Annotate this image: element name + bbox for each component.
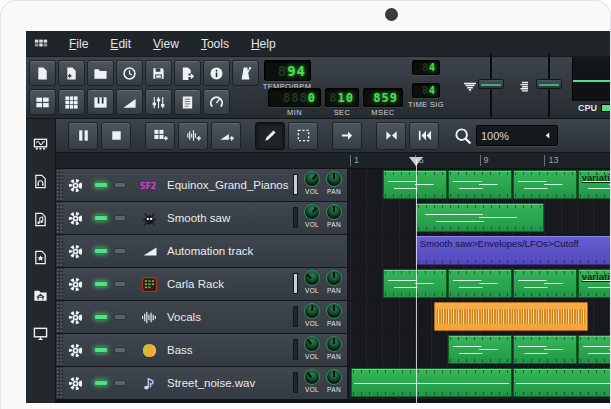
track-header[interactable]: Automation track (56, 235, 348, 267)
mute-toggle[interactable] (94, 380, 108, 386)
solo-toggle[interactable] (114, 347, 126, 353)
mute-toggle[interactable] (94, 248, 108, 254)
track-pattern-lane[interactable] (348, 334, 611, 366)
track-header[interactable]: Street_noise.wavVOLPAN (56, 367, 348, 399)
sidebar-samples-button[interactable] (29, 169, 53, 193)
midi-segment[interactable] (383, 269, 447, 298)
menu-file[interactable]: File (69, 37, 88, 51)
solo-toggle[interactable] (114, 314, 126, 320)
new-project-button[interactable] (29, 60, 56, 86)
edit-mode-button[interactable] (288, 122, 318, 150)
stop-behaviour-button[interactable] (376, 122, 406, 150)
lmms-logo-icon[interactable] (34, 37, 48, 51)
track-header[interactable]: BassVOLPAN (56, 334, 348, 366)
track-gear-icon[interactable] (67, 177, 84, 194)
midi-segment[interactable] (383, 170, 447, 199)
new-from-template-button[interactable] (58, 60, 85, 86)
project-properties-button[interactable] (203, 60, 230, 86)
track-grip[interactable] (56, 202, 63, 234)
piano-roll-button[interactable] (87, 89, 114, 115)
timeline-scale[interactable]: 15913 (348, 153, 611, 168)
midi-segment[interactable]: variation (578, 269, 611, 298)
beat-bassline-editor-button[interactable] (58, 89, 85, 115)
playhead-marker[interactable] (409, 157, 423, 166)
vol-knob[interactable] (304, 171, 320, 187)
pause-button[interactable] (68, 122, 98, 150)
sample-segment[interactable] (351, 368, 512, 397)
timesig-numerator-display[interactable]: 84 (412, 60, 440, 75)
time-milliseconds-display[interactable]: 859 (363, 88, 403, 107)
solo-toggle[interactable] (114, 281, 126, 287)
timeline-ruler[interactable]: 15913 (56, 153, 611, 169)
midi-segment[interactable] (448, 269, 512, 298)
sidebar-instruments-button[interactable] (29, 131, 53, 155)
project-notes-button[interactable] (174, 89, 201, 115)
track-pattern-lane[interactable]: variation (348, 268, 611, 300)
midi-segment[interactable] (513, 269, 577, 298)
master-volume-slider[interactable] (478, 53, 504, 117)
midi-segment[interactable] (448, 170, 512, 199)
follow-playhead-button[interactable] (332, 122, 362, 150)
master-pitch-slider[interactable] (536, 53, 562, 117)
sidebar-computer-button[interactable] (29, 321, 53, 345)
recently-opened-projects-button[interactable] (116, 60, 143, 86)
track-gear-icon[interactable] (67, 375, 84, 392)
track-gear-icon[interactable] (67, 243, 84, 260)
zoom-decrease-arrow-icon[interactable] (542, 130, 553, 141)
time-minutes-display[interactable]: 8880 (268, 88, 321, 107)
vol-knob[interactable] (304, 303, 320, 319)
track-grip[interactable] (56, 334, 63, 366)
pan-knob[interactable] (326, 369, 342, 385)
mute-toggle[interactable] (94, 281, 108, 287)
draw-mode-button[interactable] (255, 122, 285, 150)
track-header[interactable]: Smooth sawVOLPAN (56, 202, 348, 234)
menu-view[interactable]: View (153, 37, 179, 51)
export-project-button[interactable] (174, 60, 201, 86)
automation-segment[interactable]: Smooth saw>Envelopes/LFOs>Cutoff (416, 236, 611, 265)
sample-segment[interactable] (513, 368, 611, 397)
vol-knob[interactable] (304, 369, 320, 385)
vol-knob[interactable] (304, 204, 320, 220)
menu-edit[interactable]: Edit (110, 37, 131, 51)
open-project-button[interactable] (87, 60, 114, 86)
track-name[interactable]: Carla Rack (167, 278, 224, 290)
track-gear-icon[interactable] (67, 309, 84, 326)
track-gear-icon[interactable] (67, 342, 84, 359)
sidebar-home-button[interactable] (29, 283, 53, 307)
time-seconds-display[interactable]: 810 (325, 88, 359, 107)
pan-knob[interactable] (326, 204, 342, 220)
track-grip[interactable] (56, 301, 63, 333)
pan-knob[interactable] (326, 336, 342, 352)
add-automation-track-button[interactable] (211, 122, 241, 150)
midi-segment[interactable] (513, 170, 577, 199)
track-header[interactable]: Carla RackVOLPAN (56, 268, 348, 300)
pan-knob[interactable] (326, 270, 342, 286)
track-name[interactable]: Automation track (167, 245, 253, 257)
controller-rack-button[interactable] (203, 89, 230, 115)
midi-segment[interactable] (448, 335, 512, 364)
fx-mixer-button[interactable] (145, 89, 172, 115)
solo-toggle[interactable] (114, 182, 126, 188)
automation-editor-button[interactable] (116, 89, 143, 115)
track-gear-icon[interactable] (67, 276, 84, 293)
track-name[interactable]: Smooth saw (167, 212, 230, 224)
track-name[interactable]: Street_noise.wav (167, 377, 255, 389)
menu-help[interactable]: Help (251, 37, 276, 51)
timesig-denominator-display[interactable]: 84 (412, 83, 440, 98)
stop-button[interactable] (101, 122, 131, 150)
track-grip[interactable] (56, 169, 63, 201)
track-grip[interactable] (56, 235, 63, 267)
sidebar-presets-button[interactable] (29, 207, 53, 231)
add-sample-track-button[interactable] (178, 122, 208, 150)
solo-toggle[interactable] (114, 248, 126, 254)
pan-knob[interactable] (326, 303, 342, 319)
midi-segment[interactable] (578, 335, 611, 364)
mute-toggle[interactable] (94, 314, 108, 320)
add-bb-track-button[interactable] (145, 122, 175, 150)
master-volume-handle[interactable] (478, 79, 504, 89)
solo-toggle[interactable] (114, 215, 126, 221)
mute-toggle[interactable] (94, 182, 108, 188)
mute-toggle[interactable] (94, 215, 108, 221)
zoom-level-display[interactable]: 100% (476, 125, 558, 146)
track-pattern-lane[interactable] (348, 202, 611, 234)
